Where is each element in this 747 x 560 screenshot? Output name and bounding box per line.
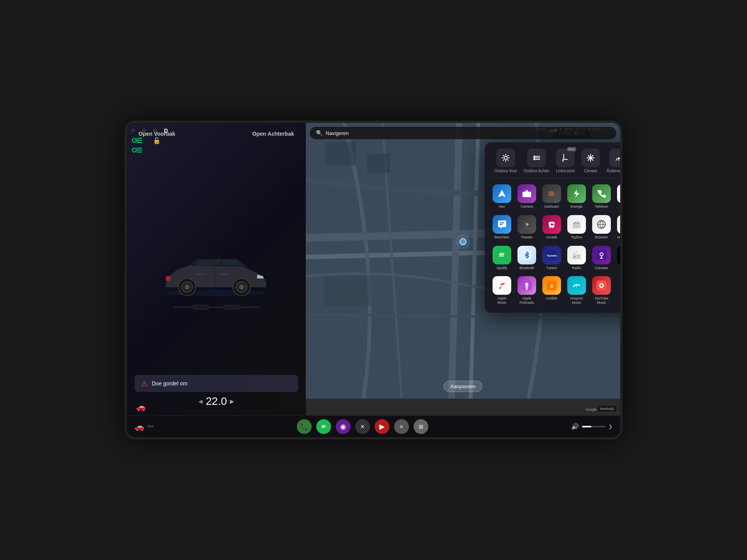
- app-energie[interactable]: Energie: [566, 183, 587, 210]
- svg-rect-36: [554, 190, 556, 193]
- svg-rect-49: [575, 222, 578, 224]
- svg-rect-62: [577, 256, 580, 256]
- app-berichten[interactable]: Berichten: [491, 214, 513, 241]
- app-tunein[interactable]: TuneIn TuneIn: [541, 244, 563, 272]
- open-front-label[interactable]: Open Voorbak 🔓: [139, 131, 175, 144]
- map-header: 🔍 Navigeren: [310, 127, 616, 139]
- volume-bar[interactable]: [582, 426, 605, 427]
- volume-fill: [582, 426, 591, 427]
- app-agenda[interactable]: 31 Agenda: [615, 183, 620, 210]
- open-rear-label[interactable]: Open Achterbak: [252, 131, 294, 144]
- app-apple-podcasts[interactable]: Apple Podcasts: [516, 275, 538, 306]
- quick-ctrl-ruitenwissers[interactable]: Ruitenwissers: [607, 149, 620, 173]
- svg-rect-17: [197, 273, 207, 275]
- ruitenwissers-icon: [609, 149, 620, 167]
- taskbar-left: 🚗 ⟳⟳: [135, 422, 154, 431]
- amazon-music-icon: [567, 276, 586, 295]
- app-telefoon[interactable]: Telefoon: [591, 183, 612, 210]
- app-bluetooth[interactable]: Bluetooth: [516, 244, 538, 272]
- app-amazon-music[interactable]: Amazon Music: [566, 275, 587, 306]
- taskbar: 🚗 ⟳⟳ 📞 ◉ ✕ ▶ ≡ ⊞ 🔊: [127, 415, 620, 437]
- app-grid: Nav Camera Dashcam: [491, 183, 620, 306]
- camera-icon: [517, 184, 536, 203]
- svg-rect-24: [325, 142, 356, 165]
- svg-point-4: [132, 148, 136, 152]
- tesla-screen: P R N D: [127, 123, 620, 437]
- quick-ctrl-ontdooi-voor[interactable]: Ontdooi Voor: [494, 149, 517, 173]
- taskbar-grid-btn[interactable]: ⊞: [414, 419, 428, 434]
- car-icon-bottom: 🚗: [136, 402, 146, 411]
- app-dashcam[interactable]: Dashcam: [541, 183, 563, 210]
- taskbar-spotify-btn[interactable]: [316, 419, 331, 434]
- app-browser[interactable]: Browser: [591, 214, 612, 241]
- apple-music-label: Apple Music: [493, 296, 511, 305]
- svg-point-78: [600, 284, 603, 287]
- svg-rect-64: [596, 250, 607, 260]
- handleiding-icon: [617, 215, 620, 234]
- svg-text:a: a: [551, 283, 553, 289]
- svg-rect-21: [193, 305, 209, 310]
- browser-label: Browser: [595, 235, 608, 240]
- quick-controls: Ontdooi Voor Ontdooi Achter: [491, 149, 620, 178]
- svg-point-55: [497, 250, 507, 260]
- agenda-icon: 31: [617, 184, 620, 203]
- car-image-area: [132, 156, 301, 411]
- linkerstoel-label: Linkerstoel: [556, 169, 575, 173]
- svg-rect-43: [523, 228, 530, 228]
- taskbar-center: 📞 ◉ ✕ ▶ ≡ ⊞: [297, 419, 428, 434]
- energie-icon: [567, 184, 586, 203]
- youtube-music-icon: [592, 276, 611, 295]
- left-panel: P R N D: [127, 123, 306, 415]
- svg-rect-20: [174, 306, 259, 308]
- nav-icon: [493, 184, 511, 203]
- car-render: [158, 248, 275, 306]
- map-search-bar[interactable]: 🔍 Navigeren: [310, 127, 616, 139]
- app-tidal[interactable]: TIDAL: [615, 244, 620, 272]
- app-handleiding[interactable]: Handleiding: [615, 214, 620, 241]
- app-audible[interactable]: a Audible: [541, 275, 563, 306]
- dashcam-label: Dashcam: [544, 205, 559, 209]
- theater-icon: [517, 215, 536, 234]
- taskbar-phone-btn[interactable]: 📞: [297, 419, 312, 434]
- svg-point-70: [525, 283, 528, 286]
- arcade-label: Arcade: [546, 235, 558, 240]
- app-youtube-music[interactable]: YouTube Music: [591, 275, 612, 306]
- belt-warning: ⚠ Doe gordel om: [135, 375, 298, 392]
- svg-rect-22: [224, 305, 240, 310]
- youtube-music-label: YouTube Music: [592, 296, 611, 305]
- quick-ctrl-climate[interactable]: Climate: [581, 149, 600, 173]
- app-camera[interactable]: Camera: [516, 183, 538, 210]
- app-theater[interactable]: Theater: [516, 214, 538, 241]
- taskbar-notes-btn[interactable]: ≡: [394, 419, 409, 434]
- aanpassen-button[interactable]: Aanpassen: [444, 381, 482, 392]
- bluetooth-label: Bluetooth: [519, 266, 534, 270]
- taskbar-camera-btn[interactable]: ◉: [336, 419, 351, 434]
- app-caraoke[interactable]: Caraoke: [591, 244, 612, 272]
- svg-rect-25: [367, 154, 390, 173]
- ontdooi-voor-icon: [496, 149, 515, 167]
- quick-ctrl-linkerstoel[interactable]: Auto Linkerstoel: [556, 149, 575, 173]
- spotify-icon: [493, 246, 511, 264]
- taskbar-close-btn[interactable]: ✕: [355, 419, 370, 434]
- nav-label: Nav: [499, 205, 505, 209]
- quick-ctrl-ontdooi-achter[interactable]: Ontdooi Achter: [524, 149, 549, 173]
- tunein-label: TuneIn: [546, 266, 557, 270]
- apple-podcasts-label: Apple Podcasts: [517, 296, 536, 305]
- app-apple-music[interactable]: Apple Music: [491, 275, 513, 306]
- app-arcade[interactable]: Arcade: [541, 214, 563, 241]
- trunk-labels: Open Voorbak 🔓 Open Achterbak: [127, 131, 306, 144]
- app-nav[interactable]: Nav: [491, 183, 513, 210]
- linkerstoel-icon: Auto: [556, 149, 575, 167]
- app-spotify[interactable]: Spotify: [491, 244, 513, 272]
- google-badge: Google: [586, 408, 597, 411]
- telefoon-label: Telefoon: [595, 205, 608, 209]
- app-toybox[interactable]: Toybox: [566, 214, 587, 241]
- app-launcher: Ontdooi Voor Ontdooi Achter: [485, 142, 620, 313]
- beam-icon: [132, 147, 301, 156]
- weekday-badge: Weekeijk: [598, 406, 616, 411]
- taskbar-youtube-btn[interactable]: ▶: [375, 419, 389, 434]
- app-radio[interactable]: Radio: [566, 244, 587, 272]
- volume-arrow[interactable]: ❯: [608, 424, 612, 429]
- bluetooth-icon: [517, 246, 536, 264]
- car-small-icon[interactable]: 🚗: [135, 422, 144, 431]
